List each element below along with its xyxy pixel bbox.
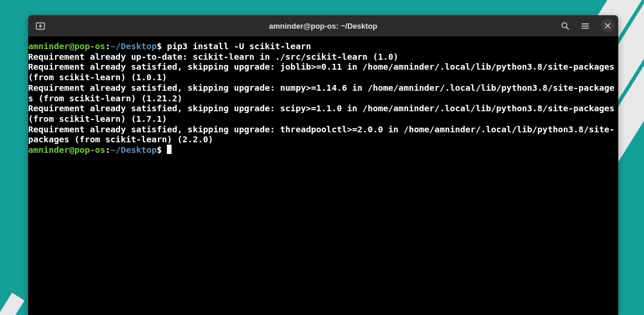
prompt-user: amninder@pop-os [28,41,105,51]
terminal-body[interactable]: amninder@pop-os:~/Desktop$ pip3 install … [28,36,618,315]
output-line: Requirement already satisfied, skipping … [28,103,618,124]
close-button[interactable] [601,19,615,33]
output-line: Requirement already up-to-date: scikit-l… [28,52,399,61]
background-stripe [0,293,25,315]
hamburger-icon [581,22,590,30]
output-line: Requirement already satisfied, skipping … [28,83,615,103]
new-tab-icon [36,21,45,30]
cursor [167,145,172,154]
prompt-colon: : [105,41,111,51]
menu-button[interactable] [576,18,594,34]
prompt-path: ~/Desktop [111,41,157,51]
search-icon [561,22,570,30]
search-button[interactable] [556,18,574,34]
prompt-path: ~/Desktop [111,145,157,155]
svg-line-4 [566,27,568,29]
command-text: pip3 install -U scikit-learn [162,41,311,51]
window-title: amninder@pop-os: ~/Desktop [28,22,618,30]
prompt-user: amninder@pop-os [28,145,105,155]
prompt-dollar: $ [157,145,162,155]
titlebar: amninder@pop-os: ~/Desktop [28,15,618,36]
close-icon [605,23,611,29]
terminal-window: amninder@pop-os: ~/Desktop [28,15,618,315]
output-line: Requirement already satisfied, skipping … [28,124,615,145]
output-line: Requirement already satisfied, skipping … [28,61,618,82]
new-tab-button[interactable] [32,18,49,34]
prompt-colon: : [105,145,111,155]
